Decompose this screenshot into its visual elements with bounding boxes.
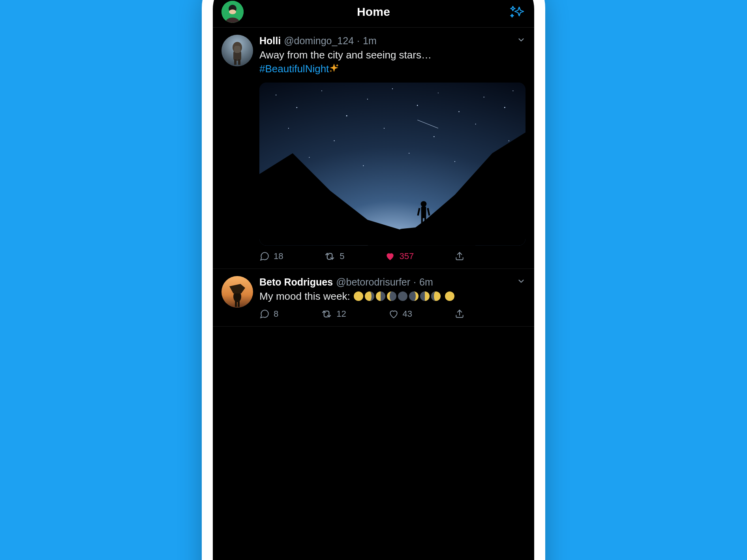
like-button[interactable]: 357 (385, 251, 414, 261)
hashtag-link[interactable]: #BeautifulNight (259, 63, 329, 75)
svg-point-61 (445, 291, 454, 301)
retweet-icon (324, 251, 336, 261)
share-button[interactable] (454, 251, 465, 261)
svg-point-30 (334, 140, 334, 141)
svg-point-19 (321, 90, 322, 91)
tweet-text: My mood this week: (259, 289, 526, 303)
svg-rect-51 (238, 301, 240, 307)
svg-point-28 (512, 90, 513, 91)
svg-point-53 (354, 291, 363, 301)
svg-point-21 (367, 99, 368, 100)
svg-rect-45 (424, 217, 426, 226)
tweet-author-name[interactable]: Holli (259, 35, 281, 47)
retweet-count: 12 (336, 309, 346, 319)
svg-point-18 (297, 107, 298, 108)
screen: TWTR 9:15 AM 100% (213, 0, 534, 560)
svg-point-52 (235, 289, 240, 293)
svg-point-22 (392, 88, 393, 89)
svg-point-38 (454, 161, 455, 162)
svg-rect-13 (234, 46, 240, 53)
sparkles-emoji (329, 63, 339, 77)
tweet-text-body: My mood this week: (259, 290, 353, 302)
svg-rect-43 (421, 207, 426, 218)
svg-rect-44 (421, 217, 423, 226)
reply-button[interactable]: 8 (259, 309, 278, 319)
svg-rect-15 (238, 59, 240, 65)
separator: · (413, 276, 416, 288)
svg-point-37 (409, 153, 409, 154)
like-count: 357 (399, 251, 414, 261)
svg-point-33 (475, 124, 476, 124)
reply-button[interactable]: 18 (259, 251, 283, 261)
share-icon (454, 251, 465, 261)
svg-point-36 (363, 165, 364, 166)
tweet-timestamp: 6m (419, 276, 433, 288)
svg-point-20 (346, 115, 347, 117)
tweet-text-body: Away from the city and seeing stars… (259, 49, 432, 61)
like-button[interactable]: 43 (389, 309, 412, 319)
like-count: 43 (403, 309, 412, 319)
retweet-icon (321, 309, 332, 319)
svg-point-31 (384, 128, 385, 129)
reply-icon (259, 251, 270, 261)
svg-rect-50 (235, 301, 237, 307)
separator: · (357, 35, 360, 47)
tweet-author-name[interactable]: Beto Rodrigues (259, 276, 333, 288)
svg-point-34 (509, 141, 509, 141)
tweet-actions: 8 12 (259, 309, 465, 319)
svg-rect-14 (234, 59, 236, 65)
retweet-button[interactable]: 12 (321, 309, 346, 319)
tweet-more-button[interactable] (517, 36, 526, 46)
svg-point-35 (309, 157, 310, 158)
svg-point-25 (458, 111, 460, 113)
retweet-count: 5 (340, 251, 344, 261)
svg-point-26 (484, 97, 484, 98)
svg-point-24 (438, 93, 439, 94)
phone-frame: TWTR 9:15 AM 100% (202, 0, 545, 560)
feed[interactable]: Holli @domingo_124 · 1m Away from the ci… (213, 28, 534, 560)
avatar[interactable] (221, 276, 253, 308)
tweet-text: Away from the city and seeing stars… #Be… (259, 48, 526, 77)
moon-phase-emojis (353, 290, 455, 302)
app-header: Home (213, 0, 534, 28)
tweet-author-handle[interactable]: @domingo_124 (284, 35, 354, 47)
share-icon (454, 309, 465, 319)
tweet-more-button[interactable] (517, 277, 526, 287)
reply-count: 8 (274, 309, 278, 319)
svg-point-29 (288, 128, 289, 129)
share-button[interactable] (454, 309, 465, 319)
page-title: Home (357, 5, 390, 19)
tweet[interactable]: Beto Rodrigues @betorodrisurfer · 6m My … (213, 269, 534, 327)
svg-point-57 (398, 291, 407, 301)
tweet[interactable]: Holli @domingo_124 · 1m Away from the ci… (213, 28, 534, 269)
reply-icon (259, 309, 270, 319)
svg-point-9 (229, 9, 236, 14)
tweet-media[interactable] (259, 83, 526, 246)
svg-point-32 (434, 136, 435, 137)
tweet-author-handle[interactable]: @betorodrisurfer (336, 276, 410, 288)
sparkle-icon[interactable] (508, 3, 526, 21)
heart-icon (389, 309, 399, 319)
heart-icon (385, 251, 395, 261)
svg-point-42 (421, 201, 427, 207)
avatar[interactable] (221, 35, 253, 66)
profile-avatar-button[interactable] (221, 1, 244, 23)
svg-point-17 (276, 95, 276, 96)
retweet-button[interactable]: 5 (324, 251, 344, 261)
svg-point-27 (504, 107, 505, 108)
reply-count: 18 (274, 251, 283, 261)
svg-point-23 (417, 105, 418, 106)
tweet-timestamp: 1m (363, 35, 377, 47)
tweet-actions: 18 5 (259, 251, 465, 261)
